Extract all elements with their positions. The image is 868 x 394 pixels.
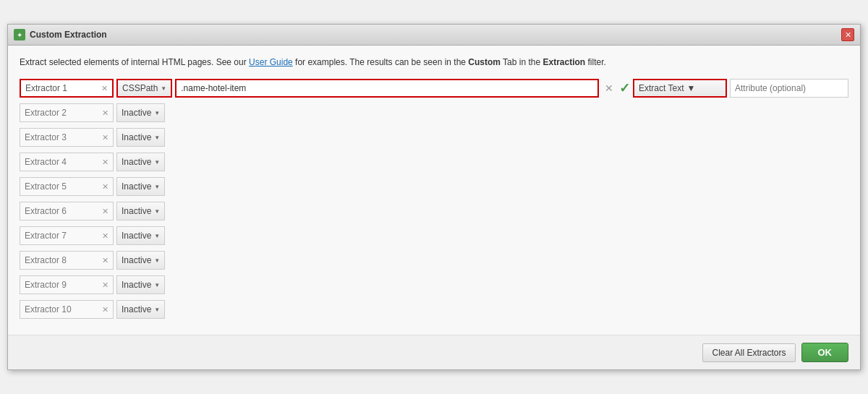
extractor-7-clear-btn[interactable]: ✕ bbox=[102, 231, 109, 241]
desc-after-link: for examples. The results can be seen in… bbox=[293, 57, 469, 67]
title-bar-left: ✦ Custom Extraction bbox=[14, 29, 107, 40]
extractor-row-10: Extractor 10 ✕ Inactive ▼ bbox=[20, 300, 848, 319]
extractor-7-name-box: Extractor 7 ✕ bbox=[20, 226, 114, 245]
extractor-row-6: Extractor 6 ✕ Inactive ▼ bbox=[20, 202, 848, 220]
extractor-4-status-dropdown[interactable]: Inactive ▼ bbox=[116, 153, 165, 171]
extractor-row-1: Extractor 1 ✕ CSSPath ▼ ✕ ✓ Extract Text… bbox=[20, 79, 848, 98]
extractor-1-action-label: Extract Text bbox=[639, 83, 684, 93]
extractor-8-clear-btn[interactable]: ✕ bbox=[102, 256, 109, 265]
extractor-4-clear-btn[interactable]: ✕ bbox=[102, 158, 109, 167]
extractor-row-7: Extractor 7 ✕ Inactive ▼ bbox=[20, 226, 848, 245]
extractor-1-clear-btn[interactable]: ✕ bbox=[101, 84, 108, 93]
footer: Clear All Extractors OK bbox=[8, 335, 860, 369]
inactive-extractor-rows: Extractor 2 ✕ Inactive ▼ Extractor 3 ✕ I… bbox=[20, 103, 848, 319]
extractor-row-3: Extractor 3 ✕ Inactive ▼ bbox=[20, 128, 848, 147]
extractor-6-label: Extractor 6 bbox=[25, 206, 102, 216]
extractor-row-8: Extractor 8 ✕ Inactive ▼ bbox=[20, 251, 848, 270]
csspath-caret-icon: ▼ bbox=[161, 85, 166, 92]
extractor-10-status-dropdown[interactable]: Inactive ▼ bbox=[116, 300, 165, 319]
desc-end: filter. bbox=[585, 57, 606, 67]
extractor-6-name-box: Extractor 6 ✕ bbox=[20, 202, 114, 220]
desc-middle: Tab in the bbox=[501, 57, 543, 67]
extractor-10-caret-icon: ▼ bbox=[154, 307, 160, 313]
extractor-2-caret-icon: ▼ bbox=[154, 110, 160, 116]
extractor-5-label: Extractor 5 bbox=[25, 181, 102, 192]
ok-button[interactable]: OK bbox=[801, 343, 849, 362]
window-title: Custom Extraction bbox=[30, 30, 107, 40]
extractor-6-clear-btn[interactable]: ✕ bbox=[102, 207, 109, 216]
extract-text-caret-icon: ▼ bbox=[686, 83, 695, 93]
extractor-6-status-dropdown[interactable]: Inactive ▼ bbox=[116, 202, 165, 220]
desc-before-link: Extract selected elements of internal HT… bbox=[20, 57, 249, 67]
custom-bold: Custom bbox=[468, 57, 501, 67]
extractor-5-name-box: Extractor 5 ✕ bbox=[20, 177, 114, 196]
title-bar: ✦ Custom Extraction ✕ bbox=[8, 25, 860, 46]
extractor-1-name-box: Extractor 1 ✕ bbox=[20, 79, 114, 98]
main-content: Extract selected elements of internal HT… bbox=[8, 46, 860, 335]
extractor-3-status-dropdown[interactable]: Inactive ▼ bbox=[116, 128, 165, 147]
extractor-4-caret-icon: ▼ bbox=[154, 159, 160, 166]
extractor-4-status-label: Inactive bbox=[122, 157, 151, 167]
extractor-3-status-label: Inactive bbox=[122, 132, 151, 142]
extractor-1-type-dropdown[interactable]: CSSPath ▼ bbox=[116, 79, 172, 98]
close-button[interactable]: ✕ bbox=[841, 28, 854, 41]
extractor-4-label: Extractor 4 bbox=[25, 157, 102, 167]
user-guide-link[interactable]: User Guide bbox=[249, 57, 293, 67]
extractor-2-status-label: Inactive bbox=[122, 108, 151, 118]
extractor-1-label: Extractor 1 bbox=[25, 83, 101, 93]
extractor-9-status-dropdown[interactable]: Inactive ▼ bbox=[116, 275, 165, 294]
extractor-row-5: Extractor 5 ✕ Inactive ▼ bbox=[20, 177, 848, 196]
extractor-10-status-label: Inactive bbox=[122, 304, 151, 314]
extractor-10-name-box: Extractor 10 ✕ bbox=[20, 300, 114, 319]
extractor-7-label: Extractor 7 bbox=[25, 231, 102, 241]
extractor-7-caret-icon: ▼ bbox=[154, 233, 160, 239]
clear-all-button[interactable]: Clear All Extractors bbox=[702, 343, 795, 362]
extractor-row-2: Extractor 2 ✕ Inactive ▼ bbox=[20, 103, 848, 122]
custom-extraction-window: ✦ Custom Extraction ✕ Extract selected e… bbox=[7, 24, 861, 370]
extractor-8-status-dropdown[interactable]: Inactive ▼ bbox=[116, 251, 165, 270]
extractor-8-status-label: Inactive bbox=[122, 255, 151, 265]
extractor-5-caret-icon: ▼ bbox=[154, 184, 160, 190]
extractor-5-status-dropdown[interactable]: Inactive ▼ bbox=[116, 177, 165, 196]
extractor-5-clear-btn[interactable]: ✕ bbox=[102, 182, 109, 192]
extractor-9-status-label: Inactive bbox=[122, 280, 151, 290]
extractor-1-value-input[interactable] bbox=[175, 79, 599, 98]
extractor-6-status-label: Inactive bbox=[122, 206, 151, 216]
description-text: Extract selected elements of internal HT… bbox=[20, 56, 848, 69]
extractor-1-value-clear-btn[interactable]: ✕ bbox=[602, 82, 616, 94]
extractor-9-clear-btn[interactable]: ✕ bbox=[102, 280, 109, 290]
extractor-4-name-box: Extractor 4 ✕ bbox=[20, 153, 114, 171]
extractor-1-action-dropdown[interactable]: Extract Text ▼ bbox=[633, 79, 727, 98]
extractor-2-label: Extractor 2 bbox=[25, 108, 102, 118]
extractor-row-4: Extractor 4 ✕ Inactive ▼ bbox=[20, 153, 848, 171]
extractor-7-status-label: Inactive bbox=[122, 231, 151, 241]
extractor-2-name-box: Extractor 2 ✕ bbox=[20, 103, 114, 122]
extractor-3-label: Extractor 3 bbox=[25, 132, 102, 142]
extractor-5-status-label: Inactive bbox=[122, 181, 151, 192]
check-icon: ✓ bbox=[619, 80, 630, 96]
extractor-2-clear-btn[interactable]: ✕ bbox=[102, 108, 109, 118]
extractor-7-status-dropdown[interactable]: Inactive ▼ bbox=[116, 226, 165, 245]
extractor-8-caret-icon: ▼ bbox=[154, 257, 160, 264]
extraction-bold: Extraction bbox=[543, 57, 586, 67]
extractor-9-label: Extractor 9 bbox=[25, 280, 102, 290]
extractor-6-caret-icon: ▼ bbox=[154, 208, 160, 215]
extractor-9-name-box: Extractor 9 ✕ bbox=[20, 275, 114, 294]
extractor-3-name-box: Extractor 3 ✕ bbox=[20, 128, 114, 147]
extractor-row-9: Extractor 9 ✕ Inactive ▼ bbox=[20, 275, 848, 294]
extractor-2-status-dropdown[interactable]: Inactive ▼ bbox=[116, 103, 165, 122]
extractor-10-label: Extractor 10 bbox=[25, 304, 102, 314]
extractor-8-name-box: Extractor 8 ✕ bbox=[20, 251, 114, 270]
extractor-8-label: Extractor 8 bbox=[25, 255, 102, 265]
extractor-10-clear-btn[interactable]: ✕ bbox=[102, 305, 109, 314]
extractor-3-caret-icon: ▼ bbox=[154, 134, 160, 141]
extractor-3-clear-btn[interactable]: ✕ bbox=[102, 133, 109, 142]
extractor-1-type-label: CSSPath bbox=[122, 83, 158, 93]
window-icon: ✦ bbox=[14, 29, 25, 40]
extractor-9-caret-icon: ▼ bbox=[154, 282, 160, 288]
extractor-1-attribute-input[interactable] bbox=[730, 79, 848, 98]
